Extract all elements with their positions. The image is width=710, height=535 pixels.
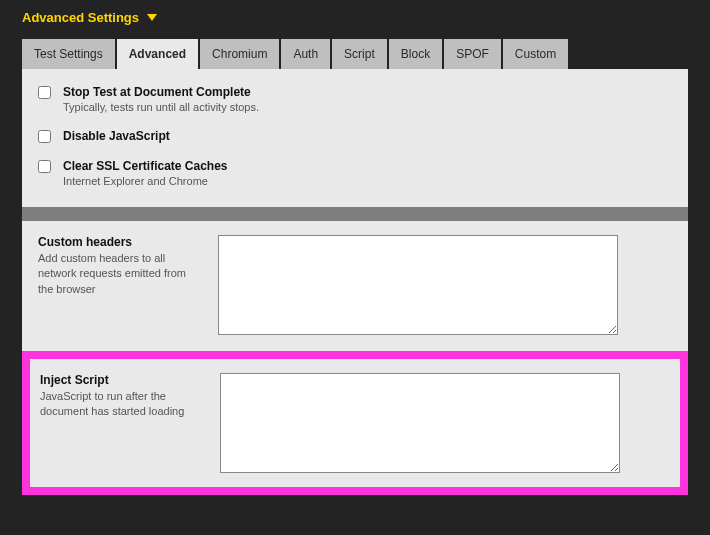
custom-headers-desc: Add custom headers to all network reques… [38,251,193,297]
section-divider [22,207,688,221]
advanced-settings-toggle[interactable]: Advanced Settings [0,0,710,39]
checkbox-desc: Typically, tests run until all activity … [63,101,259,113]
tab-auth[interactable]: Auth [281,39,330,69]
checkbox-input[interactable] [38,130,51,143]
checkbox-label: Stop Test at Document Complete [63,85,259,99]
tab-chromium[interactable]: Chromium [200,39,279,69]
inject-script-section: Inject Script JavaScript to run after th… [30,359,680,487]
checkbox-label: Clear SSL Certificate Caches [63,159,228,173]
checkbox-desc: Internet Explorer and Chrome [63,175,228,187]
custom-headers-label: Custom headers [38,235,193,249]
checkbox-label: Disable JavaScript [63,129,170,143]
checkbox-row: Clear SSL Certificate CachesInternet Exp… [38,159,672,187]
custom-headers-section: Custom headers Add custom headers to all… [22,221,688,351]
checkbox-row: Stop Test at Document CompleteTypically,… [38,85,672,113]
checkbox-input[interactable] [38,86,51,99]
advanced-tab-content: Stop Test at Document CompleteTypically,… [22,69,688,207]
tab-test-settings[interactable]: Test Settings [22,39,115,69]
chevron-down-icon [147,14,157,21]
tab-script[interactable]: Script [332,39,387,69]
checkbox-input[interactable] [38,160,51,173]
tab-block[interactable]: Block [389,39,442,69]
settings-panel: Test SettingsAdvancedChromiumAuthScriptB… [22,39,688,207]
tab-custom[interactable]: Custom [503,39,568,69]
inject-script-highlight: Inject Script JavaScript to run after th… [22,351,688,495]
tab-advanced[interactable]: Advanced [117,39,198,69]
tab-bar: Test SettingsAdvancedChromiumAuthScriptB… [22,39,688,69]
tab-spof[interactable]: SPOF [444,39,501,69]
inject-script-desc: JavaScript to run after the document has… [40,389,195,420]
inject-script-label: Inject Script [40,373,195,387]
checkbox-row: Disable JavaScript [38,129,672,143]
advanced-settings-title: Advanced Settings [22,10,139,25]
custom-headers-textarea[interactable] [218,235,618,335]
inject-script-textarea[interactable] [220,373,620,473]
